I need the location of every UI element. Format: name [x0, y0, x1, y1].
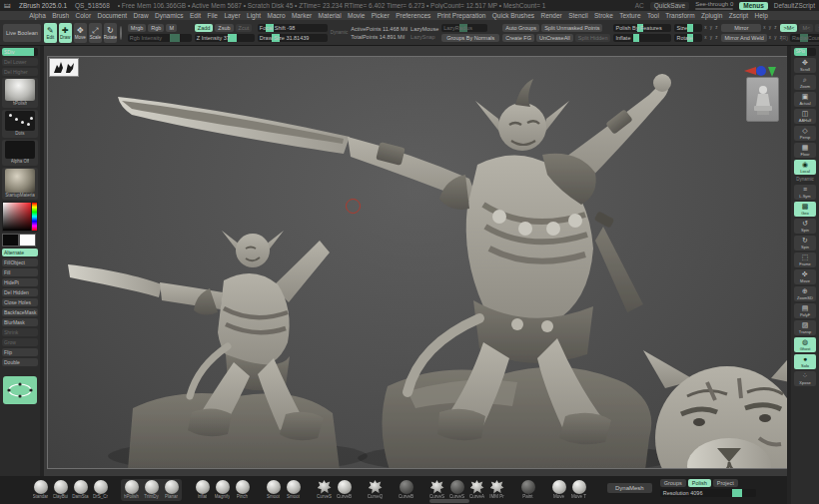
brush-inflat[interactable]: Inflat	[194, 480, 211, 500]
left-button-hidept[interactable]: HidePt	[2, 278, 38, 286]
rgb-intensity-slider[interactable]: Rgb Intensity	[128, 34, 192, 42]
left-button-backfacemask[interactable]: BackfaceMask	[2, 308, 38, 316]
right-shelf-aahalf-button[interactable]: ◫AAHalf	[794, 109, 816, 124]
paint-mode-rgb[interactable]: Rgb	[148, 24, 164, 32]
focal-shift-slider[interactable]: Focal Shift -98	[258, 24, 328, 32]
menu-item-help[interactable]: Help	[751, 12, 771, 19]
brush-curves[interactable]: CurveS	[428, 480, 445, 500]
left-button-del-hidden[interactable]: Del Hidden	[2, 288, 38, 296]
zbrush-document[interactable]	[47, 56, 788, 469]
spix-slider[interactable]: SPix	[794, 48, 816, 56]
right-shelf-ghost-button[interactable]: ◍Ghost	[794, 337, 816, 352]
menu-item-alpha[interactable]: Alpha	[26, 12, 49, 19]
brush-move-t[interactable]: Move T	[570, 480, 587, 500]
menu-item-brush[interactable]: Brush	[49, 12, 72, 19]
menu-item-tool[interactable]: Tool	[644, 12, 662, 19]
auto-groups-button[interactable]: Auto Groups	[502, 24, 539, 32]
right-shelf-zoom-button[interactable]: ⌕Zoom	[794, 75, 816, 90]
mode-button-edit[interactable]: ✎Edit	[44, 23, 57, 43]
menu-item-stencil[interactable]: Stencil	[565, 12, 591, 19]
right-shelf-spin-button[interactable]: ↺Spin	[794, 219, 816, 234]
color-saturation-square[interactable]	[3, 203, 31, 231]
current-brush-thumbnail[interactable]: hPolish	[2, 78, 38, 108]
color-picker[interactable]	[2, 202, 38, 232]
draw-size-slider[interactable]: Draw Size 31.81439	[258, 34, 328, 42]
split-unmasked-points-button[interactable]: Split Unmasked Points	[541, 24, 602, 32]
left-button-grow[interactable]: Grow	[2, 338, 38, 346]
z-intensity-slider[interactable]: Z Intensity 37	[195, 34, 255, 42]
sculpt-mode-zadd[interactable]: Zadd	[195, 24, 214, 32]
menu-item-render[interactable]: Render	[537, 12, 565, 19]
right-shelf-local-button[interactable]: ◉Local	[794, 160, 816, 175]
lazy-radius-slider[interactable]: LazyRadius	[441, 24, 487, 32]
menu-item-quick-brushes[interactable]: Quick Brushes	[489, 12, 538, 19]
paint-mode-mrgb[interactable]: Mrgb	[128, 24, 147, 32]
brush-curves[interactable]: CurveS	[316, 480, 333, 500]
menu-item-preferences[interactable]: Preferences	[393, 12, 433, 19]
del-higher-button[interactable]: Del Higher	[2, 68, 38, 76]
right-shelf-l-sym-button[interactable]: ≡L.Sym	[794, 185, 816, 200]
menu-item-draw[interactable]: Draw	[130, 12, 152, 19]
mode-button-rotate[interactable]: ↻Rotate	[104, 23, 117, 43]
menu-item-layer[interactable]: Layer	[221, 12, 244, 19]
secondary-color-swatch[interactable]	[2, 234, 19, 247]
mode-button-move[interactable]: ✥Move	[74, 23, 87, 43]
resolution-slider[interactable]: Resolution 4096	[660, 489, 756, 497]
left-button-alternate[interactable]: Alternate	[2, 249, 38, 256]
right-shelf-zoomsd-button[interactable]: ⊕ZoomSD	[794, 286, 816, 301]
mirror-button[interactable]: Mirror	[721, 24, 761, 32]
menu-item-macro[interactable]: Macro	[264, 12, 288, 19]
right-shelf-geo-button[interactable]: ▩Geo	[794, 202, 816, 217]
groups-button[interactable]: Groups	[660, 479, 686, 487]
live-boolean-button[interactable]: Live Boolean	[3, 24, 41, 42]
menu-item-edit[interactable]: Edit	[187, 12, 205, 19]
brush-paint[interactable]: Paint	[519, 480, 536, 500]
menu-item-print-preparation[interactable]: Print Preparation	[433, 12, 488, 19]
menu-item-zplugin[interactable]: Zplugin	[698, 12, 726, 19]
mirror-weld-button-1[interactable]: M<	[799, 24, 813, 32]
brush-smoot[interactable]: Smoot	[285, 480, 302, 500]
left-button-blurmask[interactable]: BlurMask	[2, 318, 38, 326]
left-button-flip[interactable]: Flip	[2, 348, 38, 356]
right-shelf-transp-button[interactable]: ▨Transp	[794, 320, 816, 335]
size-slider[interactable]: Size	[674, 24, 702, 32]
right-shelf-frame-button[interactable]: ⬚Frame	[794, 252, 816, 267]
brush-damsta[interactable]: DamSta	[72, 480, 89, 500]
current-alpha-thumbnail[interactable]: Alpha Off	[2, 140, 38, 166]
brush-curveq[interactable]: CurveQ	[367, 480, 384, 500]
rotate-slider[interactable]: Rotate	[674, 34, 702, 42]
paint-mode-m[interactable]: M	[166, 24, 177, 32]
right-shelf-solo-button[interactable]: ●Solo	[794, 354, 816, 369]
create-fg-button[interactable]: Create FG	[502, 34, 534, 42]
brush-curveb[interactable]: CurveB	[336, 480, 353, 500]
lazy-mouse-button[interactable]: LazyMouse	[410, 26, 438, 32]
left-button-double[interactable]: Double	[2, 358, 38, 366]
brush-imm-pr[interactable]: IMM Pr	[488, 480, 505, 500]
gizmo-3d-button[interactable]	[3, 376, 37, 404]
right-shelf-move-button[interactable]: ✜Move	[794, 269, 816, 284]
dynamic-mode-label[interactable]: Dynamic	[331, 30, 349, 35]
menu-item-texture[interactable]: Texture	[616, 12, 644, 19]
menu-item-dynamics[interactable]: Dynamics	[152, 12, 187, 19]
main-color-swatch[interactable]	[19, 234, 36, 247]
sdiv-slider[interactable]: SDiv	[2, 48, 38, 56]
stroke-preview-icon[interactable]	[120, 26, 122, 40]
menu-item-document[interactable]: Document	[94, 12, 130, 19]
right-shelf-scroll-button[interactable]: ✥Scroll	[794, 58, 816, 73]
left-button-close-holes[interactable]: Close Holes	[2, 298, 38, 306]
brush-hpolish[interactable]: hPolish	[123, 480, 140, 500]
menu-item-movie[interactable]: Movie	[345, 12, 369, 19]
brush-curveb[interactable]: CurveB	[398, 480, 414, 500]
right-shelf-persp-button[interactable]: ◇Persp	[794, 126, 816, 141]
left-button-fill[interactable]: Fill	[2, 268, 38, 276]
quicksave-button[interactable]: QuickSave	[650, 2, 689, 10]
menu-item-color[interactable]: Color	[72, 12, 94, 19]
mirror-weld-button-2[interactable]: >M	[815, 24, 819, 32]
brush-curves[interactable]: CurveS	[448, 480, 465, 500]
right-shelf-xpose-button[interactable]: ⁘Xpose	[794, 371, 816, 386]
lazy-snap-button[interactable]: LazySnap	[410, 34, 438, 40]
radial-count-slider[interactable]: RadialCount	[790, 34, 819, 42]
camera-gizmo-preview[interactable]	[746, 77, 779, 122]
mode-button-draw[interactable]: ✚Draw	[59, 23, 72, 43]
brush-curvea[interactable]: CurveA	[468, 480, 485, 500]
